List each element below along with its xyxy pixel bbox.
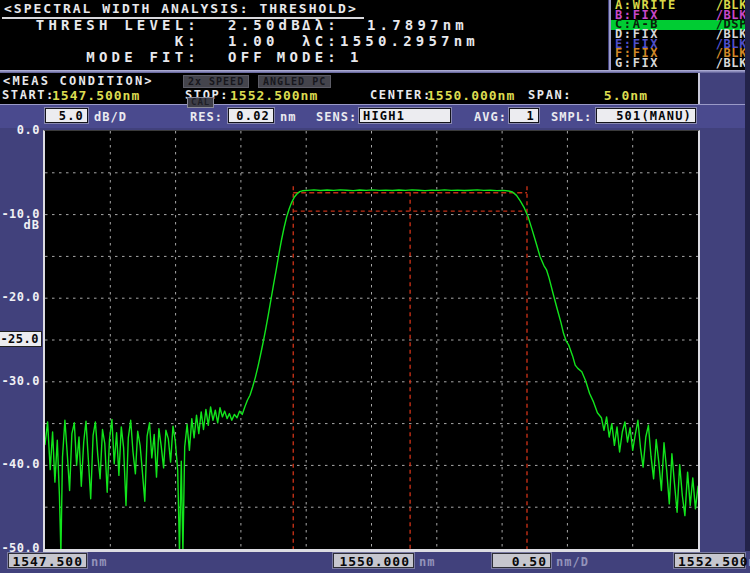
wavelength-readout-unit: nm/D bbox=[556, 555, 589, 569]
y-axis-label: -40.0 bbox=[0, 457, 40, 471]
analysis-result-row: Δλ:1.7897nm bbox=[218, 17, 478, 33]
meas-field-value[interactable]: 1550.000nm bbox=[427, 88, 515, 103]
trace-list: A:WRITE/BLKB:FIX/BLKC:A-B/DSPD:FIX/BLKE:… bbox=[609, 0, 750, 70]
param-label: K: bbox=[0, 33, 200, 49]
meas-field-label: START: bbox=[2, 88, 55, 102]
wavelength-readout[interactable]: 0.50 bbox=[492, 553, 551, 568]
res-label: RES: bbox=[190, 110, 223, 124]
meas-field-label: SPAN: bbox=[528, 88, 572, 102]
res-field[interactable]: 0.02 bbox=[228, 108, 274, 123]
analysis-result-row: MODE:1 bbox=[218, 49, 478, 65]
param-label: MODE FIT: bbox=[0, 49, 200, 65]
smpl-field[interactable]: 501(MANU) bbox=[596, 108, 696, 123]
ref-level-label[interactable]: -25.0 bbox=[0, 331, 42, 347]
spectrum-plot bbox=[43, 130, 700, 552]
trace-status: /BLK bbox=[716, 59, 747, 69]
result-value: 1.7897nm bbox=[340, 17, 468, 33]
plot-svg bbox=[45, 131, 698, 549]
wavelength-readout-unit: nm bbox=[419, 555, 435, 569]
param-label: THRESH LEVEL: bbox=[0, 17, 200, 33]
analysis-header-panel: <SPECTRAL WIDTH ANALYSIS: THRESHOLD> THR… bbox=[0, 0, 608, 70]
analysis-result-row: λC:1550.2957nm bbox=[218, 33, 478, 49]
trace-name: G:FIX bbox=[615, 59, 659, 69]
cal-badge: CAL bbox=[187, 97, 214, 108]
result-value: 1550.2957nm bbox=[340, 33, 468, 49]
sens-label: SENS: bbox=[316, 110, 357, 124]
y-axis-label: -10.0 bbox=[0, 207, 40, 221]
y-axis-label: -20.0 bbox=[0, 290, 40, 304]
result-label: λC: bbox=[218, 33, 340, 49]
sens-field[interactable]: HIGH1 bbox=[359, 108, 451, 123]
meas-condition-panel: <MEAS CONDITION> 2x SPEED ANGLED PC STAR… bbox=[0, 73, 700, 104]
result-label: Δλ: bbox=[218, 17, 340, 33]
osa-screen: <SPECTRAL WIDTH ANALYSIS: THRESHOLD> THR… bbox=[0, 0, 750, 573]
smpl-label: SMPL: bbox=[551, 110, 592, 124]
meas-condition-title: <MEAS CONDITION> bbox=[3, 74, 154, 88]
meas-field-value[interactable]: 5.0nm bbox=[580, 88, 648, 103]
wavelength-readout-unit: nm bbox=[91, 555, 107, 569]
meas-field-label: CENTER: bbox=[370, 88, 432, 102]
meas-field-value[interactable]: 1547.500nm bbox=[52, 88, 140, 103]
meas-field-value[interactable]: 1552.500nm bbox=[230, 88, 318, 103]
result-label: MODE: bbox=[218, 49, 340, 65]
trace-row-g[interactable]: G:FIX/BLK bbox=[611, 59, 750, 69]
wavelength-readout[interactable]: 1552.500 bbox=[674, 553, 745, 568]
meas-fields: START:1547.500nmSTOP:1552.500nmCENTER:15… bbox=[0, 88, 698, 104]
angled-pc-badge: ANGLED PC bbox=[258, 75, 331, 88]
settings-bar: CAL 5.0 dB/D RES: 0.02 nm SENS: HIGH1 AV… bbox=[0, 104, 750, 128]
avg-label: AVG: bbox=[474, 110, 507, 124]
level-scale-field[interactable]: 5.0 bbox=[45, 108, 88, 123]
right-edge-strip bbox=[745, 0, 750, 551]
wavelength-readout[interactable]: 1547.500 bbox=[8, 553, 87, 568]
y-axis-label: -30.0 bbox=[0, 374, 40, 388]
wavelength-readout[interactable]: 1550.000 bbox=[333, 553, 414, 568]
avg-field[interactable]: 1 bbox=[509, 108, 539, 123]
result-value: 1 bbox=[340, 49, 478, 65]
res-unit: nm bbox=[280, 110, 296, 124]
analysis-results: Δλ:1.7897nmλC:1550.2957nmMODE:1 bbox=[218, 17, 478, 65]
level-scale-unit: dB/D bbox=[94, 110, 127, 124]
y-axis-label: 0.0 bbox=[0, 123, 40, 137]
speed-badge: 2x SPEED bbox=[183, 75, 249, 88]
